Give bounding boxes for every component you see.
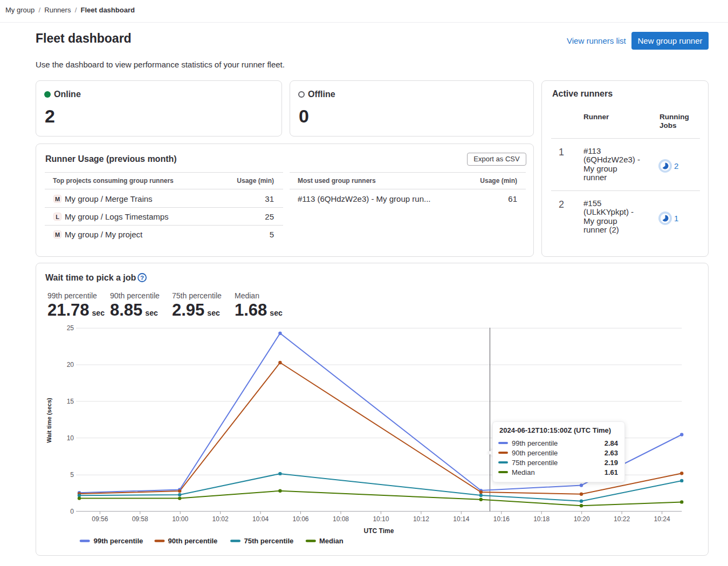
svg-text:99th percentile: 99th percentile: [94, 537, 143, 545]
svg-text:25: 25: [67, 324, 74, 332]
svg-text:09:56: 09:56: [92, 515, 108, 523]
svg-text:10:18: 10:18: [533, 515, 550, 523]
svg-text:20: 20: [67, 361, 74, 369]
svg-text:10:00: 10:00: [172, 515, 188, 523]
svg-text:10:20: 10:20: [574, 515, 590, 523]
svg-text:UTC Time: UTC Time: [364, 527, 394, 535]
svg-text:10:08: 10:08: [333, 515, 349, 523]
svg-text:10:14: 10:14: [453, 515, 469, 523]
svg-text:0: 0: [70, 508, 74, 515]
svg-text:90th percentile: 90th percentile: [168, 537, 218, 545]
svg-text:10: 10: [67, 434, 74, 442]
svg-text:?: ?: [140, 275, 144, 281]
svg-text:10:22: 10:22: [614, 515, 630, 523]
svg-text:10:16: 10:16: [493, 515, 510, 523]
svg-text:10:24: 10:24: [654, 515, 670, 523]
svg-text:75th percentile: 75th percentile: [244, 537, 294, 545]
svg-text:15: 15: [67, 398, 74, 405]
svg-text:10:10: 10:10: [373, 515, 389, 523]
svg-text:Median: Median: [319, 537, 344, 545]
svg-text:10:02: 10:02: [212, 515, 229, 523]
svg-text:Wait time (secs): Wait time (secs): [46, 398, 52, 443]
svg-text:09:58: 09:58: [132, 515, 148, 523]
svg-text:10:12: 10:12: [413, 515, 429, 523]
svg-text:10:04: 10:04: [252, 515, 269, 523]
svg-text:10:06: 10:06: [292, 515, 308, 523]
svg-text:5: 5: [70, 471, 74, 479]
